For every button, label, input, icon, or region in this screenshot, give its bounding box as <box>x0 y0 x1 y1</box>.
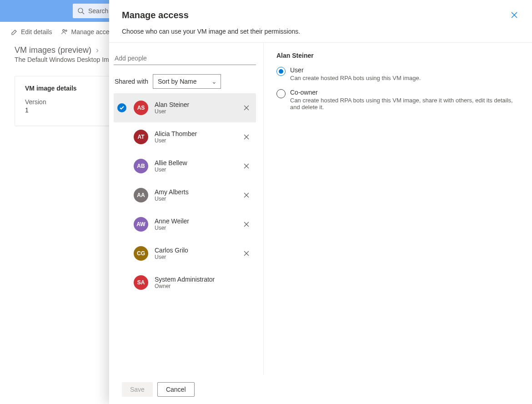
panel-footer: Save Cancel <box>109 375 532 404</box>
person-info: Alan SteinerUser <box>155 101 241 115</box>
avatar: AB <box>134 159 148 173</box>
close-icon <box>243 221 250 227</box>
person-role: User <box>155 167 241 173</box>
permission-option[interactable]: Co-ownerCan create hosted RPA bots using… <box>276 89 519 111</box>
permissions-column: Alan Steiner UserCan create hosted RPA b… <box>264 43 532 375</box>
manage-access-panel: Manage access Choose who can use your VM… <box>109 0 532 404</box>
search-placeholder: Search <box>88 7 108 15</box>
selected-check-icon <box>117 103 126 112</box>
remove-person-button[interactable] <box>241 189 252 201</box>
person-info: Alicia ThomberUser <box>155 130 241 144</box>
person-name: Anne Weiler <box>155 217 241 225</box>
svg-point-0 <box>78 8 83 13</box>
add-people-input[interactable] <box>114 52 256 65</box>
person-name: Amy Alberts <box>155 188 241 196</box>
save-button[interactable]: Save <box>122 382 153 397</box>
shared-with-label: Shared with <box>115 78 148 85</box>
person-name: Alan Steiner <box>155 101 241 108</box>
permission-description: Can create hosted RPA bots using this VM… <box>290 75 421 81</box>
avatar: AW <box>134 217 148 232</box>
search-icon <box>77 7 85 15</box>
edit-details-label: Edit details <box>21 28 52 35</box>
person-info: System AdministratorOwner <box>155 276 252 289</box>
close-icon <box>243 134 250 140</box>
person-name: Alicia Thomber <box>155 130 241 137</box>
avatar: AA <box>134 188 148 202</box>
permission-label: Co-owner <box>290 89 519 96</box>
person-info: Anne WeilerUser <box>155 217 241 231</box>
person-row[interactable]: ASAlan SteinerUser <box>114 93 256 122</box>
permission-label: User <box>290 66 421 74</box>
sort-value: Sort by Name <box>158 78 197 85</box>
person-role: User <box>155 196 241 202</box>
remove-person-button[interactable] <box>241 131 252 143</box>
avatar: AT <box>134 130 148 144</box>
svg-line-1 <box>82 12 84 14</box>
person-row[interactable]: SASystem AdministratorOwner <box>114 268 256 297</box>
person-row[interactable]: AWAnne WeilerUser <box>114 210 256 239</box>
people-icon <box>61 28 68 35</box>
person-name: Carlos Grilo <box>155 247 241 254</box>
svg-point-2 <box>63 30 65 31</box>
remove-person-button[interactable] <box>241 247 252 259</box>
avatar: CG <box>134 246 148 261</box>
person-info: Carlos GriloUser <box>155 247 241 260</box>
person-role: Owner <box>155 283 252 289</box>
person-role: User <box>155 225 241 231</box>
person-info: Allie BellewUser <box>155 159 241 173</box>
close-icon <box>243 105 250 111</box>
permission-description: Can create hosted RPA bots using this VM… <box>290 97 519 111</box>
person-list: ASAlan SteinerUserATAlicia ThomberUserAB… <box>114 93 256 297</box>
remove-person-button[interactable] <box>241 160 252 172</box>
person-row[interactable]: ATAlicia ThomberUser <box>114 122 256 152</box>
remove-person-button[interactable] <box>241 102 252 114</box>
person-row[interactable]: CGCarlos GriloUser <box>114 239 256 268</box>
remove-person-button[interactable] <box>241 218 252 230</box>
radio-button[interactable] <box>276 89 286 98</box>
close-panel-button[interactable] <box>509 10 519 21</box>
person-role: User <box>155 108 241 115</box>
close-icon <box>243 250 250 257</box>
person-name: System Administrator <box>155 276 252 283</box>
permission-option[interactable]: UserCan create hosted RPA bots using thi… <box>276 66 519 81</box>
person-role: User <box>155 137 241 144</box>
people-column: Shared with Sort by Name ⌄ ASAlan Steine… <box>109 43 264 375</box>
pencil-icon <box>11 28 18 35</box>
avatar: SA <box>134 275 148 290</box>
person-name: Allie Bellew <box>155 159 241 167</box>
close-icon <box>511 12 517 18</box>
selected-person-name: Alan Steiner <box>276 52 519 59</box>
panel-subtitle: Choose who can use your VM image and set… <box>109 28 532 42</box>
edit-details-command[interactable]: Edit details <box>11 28 52 35</box>
chevron-down-icon: ⌄ <box>211 78 217 85</box>
radio-button[interactable] <box>276 67 286 76</box>
person-row[interactable]: AAAmy AlbertsUser <box>114 181 256 210</box>
panel-title: Manage access <box>122 10 189 20</box>
close-icon <box>243 192 250 198</box>
person-row[interactable]: ABAllie BellewUser <box>114 152 256 181</box>
cancel-button[interactable]: Cancel <box>157 382 195 397</box>
close-icon <box>243 163 250 169</box>
sort-dropdown[interactable]: Sort by Name ⌄ <box>153 74 221 89</box>
svg-point-3 <box>65 30 67 31</box>
chevron-right-icon: › <box>96 45 99 55</box>
manage-access-command[interactable]: Manage access <box>61 28 115 35</box>
person-role: User <box>155 254 241 260</box>
breadcrumb-parent[interactable]: VM images (preview) <box>15 45 91 55</box>
avatar: AS <box>134 101 148 115</box>
person-info: Amy AlbertsUser <box>155 188 241 202</box>
